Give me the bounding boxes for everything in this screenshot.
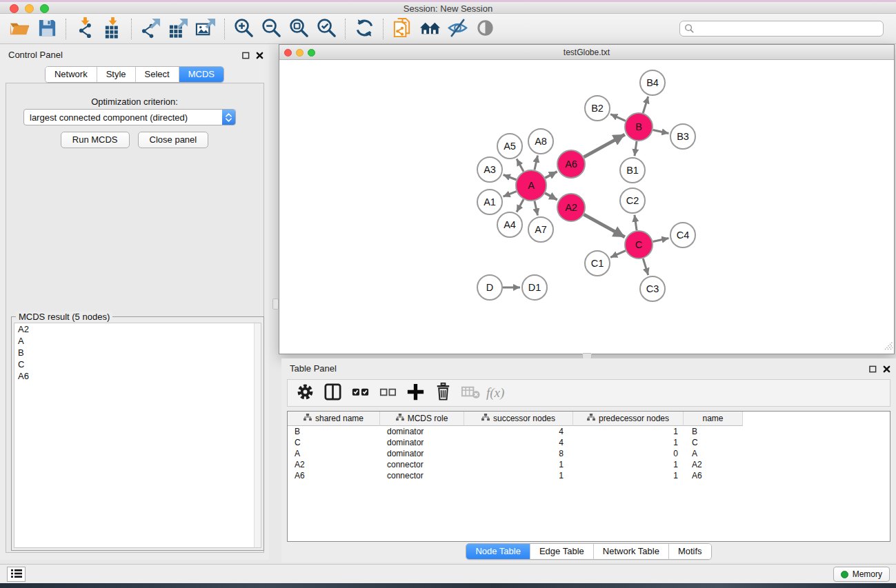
graph-node-C3[interactable]: C3 (640, 276, 665, 301)
deselect-all-rows-button[interactable] (376, 382, 399, 404)
export-image-button[interactable] (192, 17, 219, 41)
edge-A-A6 (545, 172, 557, 178)
toggle-columns-button[interactable] (321, 382, 344, 404)
column-header-shared-name[interactable]: shared name (288, 412, 380, 426)
cell-predecessor-nodes: 1 (573, 470, 684, 481)
network-canvas[interactable]: AA1A2A3A4A5A6A7A8BB1B2B3B4CC1C2C3C4DD1 (279, 60, 894, 354)
create-column-button[interactable] (404, 382, 427, 404)
graph-node-C2[interactable]: C2 (620, 188, 645, 213)
delete-columns-button[interactable] (431, 382, 455, 404)
first-neighbors-button[interactable] (416, 17, 444, 41)
graph-node-A8[interactable]: A8 (528, 129, 553, 154)
graph-node-A3[interactable]: A3 (477, 157, 502, 182)
graph-node-A6[interactable]: A6 (557, 150, 585, 178)
tab-style[interactable]: Style (97, 67, 135, 82)
mcds-result-item[interactable]: C (14, 358, 261, 370)
tab-edge-table[interactable]: Edge Table (530, 544, 593, 559)
graph-node-B4[interactable]: B4 (640, 70, 665, 95)
criterion-dropdown[interactable]: largest connected component (directed) (23, 109, 236, 125)
column-header-MCDS-role[interactable]: MCDS role (380, 412, 464, 426)
function-builder-icon[interactable]: f(x) (486, 385, 504, 401)
table-row[interactable]: Cdominator41C (288, 437, 890, 448)
graph-node-A7[interactable]: A7 (528, 217, 553, 242)
save-session-button[interactable] (33, 17, 61, 41)
graph-node-A1[interactable]: A1 (477, 190, 502, 214)
close-panel-button[interactable]: Close panel (138, 132, 209, 148)
graph-node-C[interactable]: C (625, 231, 653, 258)
table-row[interactable]: A6connector11A6 (288, 470, 890, 481)
zoom-out-icon (261, 17, 282, 41)
column-header-successor-nodes[interactable]: successor nodes (464, 412, 573, 426)
zoom-in-button[interactable] (230, 17, 257, 41)
svg-text:B2: B2 (591, 103, 604, 114)
tab-motifs[interactable]: Motifs (668, 544, 711, 559)
mcds-result-item[interactable]: B (14, 347, 261, 358)
mcds-result-item[interactable]: A2 (14, 323, 261, 335)
cell-MCDS-role: dominator (380, 437, 464, 448)
table-panel-title: Table Panel (290, 363, 337, 374)
zoom-selected-button[interactable] (312, 17, 340, 41)
graph-node-D1[interactable]: D1 (522, 275, 547, 300)
select-all-rows-button[interactable] (348, 382, 372, 404)
edge-A-A5 (517, 159, 524, 171)
cell-name: B (684, 426, 743, 437)
graph-node-B1[interactable]: B1 (620, 158, 645, 183)
table-row[interactable]: A2connector11A2 (288, 459, 890, 470)
import-network-button[interactable] (71, 17, 99, 41)
table-mode-gear-button[interactable] (293, 382, 317, 404)
graph-node-B[interactable]: B (625, 113, 653, 141)
export-table-button[interactable] (164, 17, 192, 41)
graph-node-C4[interactable]: C4 (670, 223, 695, 247)
close-table-panel-icon[interactable] (883, 363, 890, 376)
svg-text:A5: A5 (504, 141, 516, 152)
memory-button[interactable]: Memory (833, 567, 890, 582)
svg-text:B4: B4 (646, 77, 659, 88)
close-panel-icon[interactable] (256, 50, 263, 62)
import-table-button[interactable] (99, 17, 126, 41)
tab-network[interactable]: Network (46, 67, 97, 82)
result-scrollbar[interactable] (254, 323, 261, 547)
hide-selected-button[interactable] (444, 17, 471, 41)
tab-mcds[interactable]: MCDS (179, 67, 223, 82)
resize-grip-icon[interactable] (883, 340, 893, 353)
table-row[interactable]: Bdominator41B (288, 426, 890, 437)
table-row[interactable]: Adominator80A (288, 448, 890, 459)
float-panel-icon[interactable] (242, 50, 250, 62)
svg-text:A3: A3 (484, 164, 496, 175)
mcds-result-item[interactable]: A (14, 335, 261, 347)
export-network-button[interactable] (137, 17, 164, 41)
memory-label: Memory (853, 569, 882, 579)
vertical-splitter-handle[interactable] (272, 298, 279, 310)
tab-node-table[interactable]: Node Table (466, 544, 530, 559)
edge-A-A1 (503, 192, 516, 197)
column-header-predecessor-nodes[interactable]: predecessor nodes (573, 412, 684, 426)
graph-node-D[interactable]: D (477, 275, 502, 300)
tab-network-table[interactable]: Network Table (593, 544, 668, 559)
column-header-name[interactable]: name (684, 412, 743, 426)
search-input[interactable] (679, 21, 884, 37)
task-history-button[interactable] (7, 567, 26, 582)
refresh-view-button[interactable] (350, 17, 378, 41)
svg-text:A: A (528, 180, 535, 191)
graph-node-A[interactable]: A (516, 170, 546, 201)
graph-node-A4[interactable]: A4 (497, 212, 522, 237)
import-table-icon (102, 17, 123, 41)
graph-node-B2[interactable]: B2 (585, 96, 610, 121)
mcds-result-item[interactable]: A6 (14, 370, 261, 382)
graph-node-A5[interactable]: A5 (497, 134, 522, 159)
float-table-panel-icon[interactable] (869, 363, 877, 376)
zoom-fit-button[interactable] (285, 17, 312, 41)
svg-text:B1: B1 (626, 165, 639, 176)
run-mcds-button[interactable]: Run MCDS (61, 132, 130, 148)
open-file-button[interactable] (6, 17, 33, 41)
network-window-title: testGlobe.txt (279, 48, 894, 57)
new-network-from-selection-button[interactable] (388, 17, 416, 41)
graph-node-A2[interactable]: A2 (557, 194, 585, 221)
tab-select[interactable]: Select (135, 67, 179, 82)
export-table-icon (168, 17, 189, 41)
graph-node-C1[interactable]: C1 (585, 251, 610, 276)
zoom-out-button[interactable] (257, 17, 285, 41)
show-all-button[interactable] (471, 17, 499, 41)
svg-text:A6: A6 (565, 159, 577, 170)
graph-node-B3[interactable]: B3 (670, 124, 695, 149)
